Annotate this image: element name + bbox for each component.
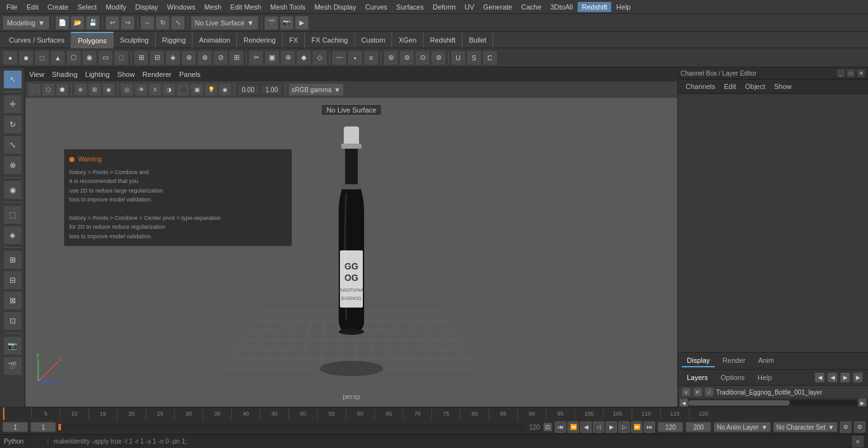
snap-btn[interactable]: ⊞	[3, 250, 22, 269]
menu-create[interactable]: Create	[44, 2, 72, 12]
max-frame-input[interactable]	[686, 422, 711, 432]
sphere-icon[interactable]: ●	[3, 50, 18, 65]
menu-modify[interactable]: Modify	[102, 2, 130, 12]
vp-snap1-btn[interactable]: ⊕	[74, 83, 87, 96]
render2-btn[interactable]: 📷	[280, 16, 294, 30]
render-tab[interactable]: Render	[717, 355, 750, 367]
prev-frame-btn[interactable]: ◀	[580, 421, 592, 433]
vp-shadow-btn[interactable]: ◉	[219, 83, 231, 96]
render3-btn[interactable]: 🎬	[3, 356, 22, 376]
separate-icon[interactable]: ⊘	[213, 50, 228, 65]
tab-fx[interactable]: FX	[283, 32, 305, 48]
menu-deform[interactable]: Deform	[429, 2, 459, 12]
timeline-ruler[interactable]: 5 10 15 20 25 30 35 40 45 50 55 60 65 70…	[0, 407, 868, 420]
menu-edit-mesh[interactable]: Edit Mesh	[226, 2, 265, 12]
character-set-dropdown[interactable]: No Character Set ▼	[773, 422, 837, 432]
tab-custom[interactable]: Custom	[355, 32, 393, 48]
skip-to-end-btn[interactable]: ⏭	[644, 421, 655, 433]
snap4-btn[interactable]: ⊡	[3, 311, 22, 330]
vp-isolate-btn[interactable]: ◎	[121, 83, 133, 96]
poke-icon[interactable]: ◆	[296, 50, 311, 65]
universal-tool-btn[interactable]: ⊕	[3, 156, 22, 175]
cube2-icon[interactable]: □	[34, 50, 50, 65]
wedge-icon[interactable]: ◇	[312, 50, 327, 65]
layers-help-tab[interactable]: Help	[754, 372, 776, 383]
torus-icon[interactable]: ◉	[82, 50, 97, 65]
menu-curves[interactable]: Curves	[362, 2, 391, 12]
combine-icon[interactable]: ⊗	[197, 50, 212, 65]
plane-icon[interactable]: ▭	[98, 50, 113, 65]
viewport-canvas[interactable]: GG OG TRADITIONAL EGGNOG No Live Surface…	[25, 98, 677, 407]
vp-wire-btn[interactable]: ⬛	[177, 83, 189, 96]
cleanup-icon[interactable]: C	[482, 50, 498, 65]
rp-close-btn[interactable]: ✕	[857, 69, 865, 78]
skip-to-start-btn[interactable]: ⏮	[555, 421, 566, 433]
extrude-icon[interactable]: ⊞	[133, 50, 149, 65]
menu-display[interactable]: Display	[132, 2, 162, 12]
colorspace-dropdown[interactable]: sRGB gamma ▼	[288, 83, 344, 96]
render-btn[interactable]: 🎬	[264, 16, 278, 30]
undo-btn[interactable]: ↩	[105, 16, 119, 30]
menu-mesh-display[interactable]: Mesh Display	[311, 2, 360, 12]
tab-xgen[interactable]: XGen	[392, 32, 423, 48]
menu-3dto[interactable]: 3DtoAll	[546, 2, 576, 12]
play-fwd-btn[interactable]: ▶	[606, 421, 617, 433]
vp-val1-input[interactable]	[237, 84, 259, 95]
char-set-settings-btn[interactable]: ⚙	[854, 421, 865, 433]
vp-xray-btn[interactable]: X	[149, 83, 161, 96]
range-btn[interactable]: ⊡	[543, 423, 552, 431]
vp-menu-view[interactable]: View	[29, 71, 44, 78]
scroll-left-btn[interactable]: ◀	[679, 398, 688, 407]
harden-icon[interactable]: ▪	[348, 50, 363, 65]
object-tab[interactable]: Object	[741, 81, 769, 92]
save-file-btn[interactable]: 💾	[86, 16, 100, 30]
scrollbar-thumb[interactable]	[688, 400, 790, 405]
timeline-bar[interactable]	[58, 424, 526, 430]
layer-back2-btn[interactable]: ◀	[827, 372, 837, 383]
rotate-btn[interactable]: ↻	[156, 16, 170, 30]
merge-icon[interactable]: ⊛	[383, 50, 398, 65]
layer-item[interactable]: V P / Traditional_Eggnog_Bottle_001_laye…	[678, 386, 868, 399]
layers-tab[interactable]: Layers	[683, 372, 712, 383]
scroll-right-btn[interactable]: ▶	[858, 398, 867, 407]
menu-file[interactable]: File	[3, 2, 22, 12]
next-frame-btn[interactable]: ▷	[618, 421, 630, 433]
tab-polygons[interactable]: Polygons	[71, 32, 113, 48]
layer-visibility-v[interactable]: V	[682, 388, 691, 397]
edit-tab[interactable]: Edit	[720, 81, 740, 92]
next-key-btn[interactable]: ⏩	[631, 421, 642, 433]
vp-val2-input[interactable]	[261, 84, 283, 95]
no-live-surface-btn[interactable]: No Live Surface ▼	[191, 16, 259, 30]
soft-select-btn[interactable]: ◉	[3, 180, 22, 200]
play-back-btn[interactable]: ◁	[593, 421, 604, 433]
snap2-btn[interactable]: ⊟	[3, 271, 22, 290]
menu-windows[interactable]: Windows	[163, 2, 200, 12]
split-icon[interactable]: ⊕	[280, 50, 295, 65]
vp-light-btn[interactable]: 💡	[205, 83, 217, 96]
vp-menu-shading[interactable]: Shading	[52, 71, 78, 78]
vp-shade-btn[interactable]: ◑	[163, 83, 175, 96]
status-settings-btn[interactable]: ≡	[851, 435, 864, 448]
rp-minimize-btn[interactable]: _	[836, 69, 845, 78]
layers-scrollbar[interactable]: ◀ ▶	[678, 399, 868, 407]
menu-surfaces[interactable]: Surfaces	[393, 2, 428, 12]
bevel-icon[interactable]: ◈	[165, 50, 180, 65]
anim-layer-dropdown[interactable]: No Anim Layer ▼	[714, 422, 771, 432]
tab-rigging[interactable]: Rigging	[156, 32, 193, 48]
tab-redshift[interactable]: Redshift	[424, 32, 463, 48]
scale-tool-btn[interactable]: ⤡	[3, 135, 22, 154]
vp-cam-btn[interactable]: 🎥	[28, 83, 41, 96]
menu-redshift[interactable]: Redshift	[578, 2, 611, 12]
layer-back-btn[interactable]: ◀	[815, 372, 825, 383]
modeling-dropdown[interactable]: Modeling ▼	[3, 16, 50, 30]
paint-select-btn[interactable]: ◈	[3, 226, 22, 245]
cube-icon[interactable]: ■	[18, 50, 34, 65]
open-file-btn[interactable]: 📂	[71, 16, 85, 30]
tab-bullet[interactable]: Bullet	[463, 32, 494, 48]
tab-rendering[interactable]: Rendering	[237, 32, 283, 48]
redo-btn[interactable]: ↪	[121, 16, 135, 30]
layer-fwd-btn[interactable]: ▶	[840, 372, 850, 383]
cone-icon[interactable]: ▲	[50, 50, 65, 65]
vp-menu-show[interactable]: Show	[118, 71, 135, 78]
soften-icon[interactable]: 〰	[332, 50, 347, 65]
